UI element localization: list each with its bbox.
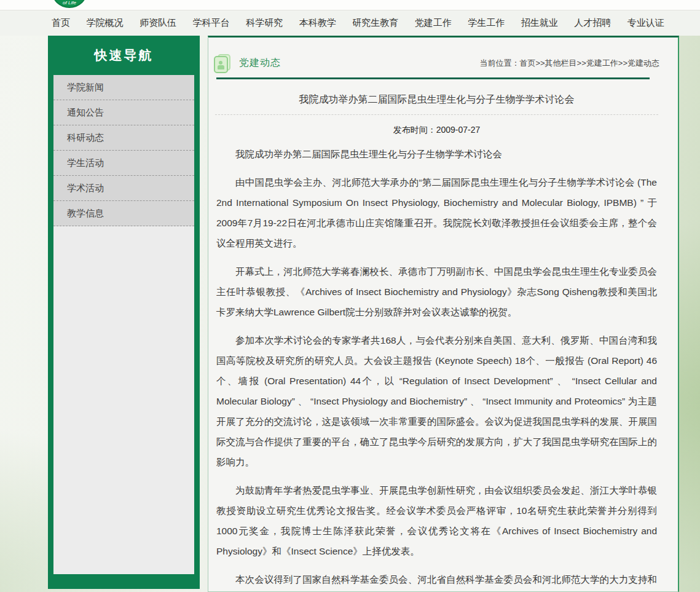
quick-nav-sidebar: 快速导航 学院新闻通知公告科研动态学生活动学术活动教学信息 (48, 36, 200, 589)
logo-text: of Life (63, 0, 76, 6)
nav-item[interactable]: 招生就业 (521, 17, 558, 29)
sidebar-item[interactable]: 学生活动 (53, 151, 194, 176)
article-title: 我院成功举办第二届国际昆虫生理生化与分子生物学学术讨论会 (214, 93, 659, 106)
breadcrumb[interactable]: 当前位置：首页>>其他栏目>>党建工作>>党建动态 (479, 58, 659, 69)
title-divider (215, 114, 658, 115)
nav-item[interactable]: 科学研究 (246, 17, 283, 29)
sidebar-panel: 学院新闻通知公告科研动态学生活动学术活动教学信息 (53, 75, 194, 574)
article-paragraph: 我院成功举办第二届国际昆虫生理生化与分子生物学学术讨论会 (216, 144, 657, 164)
nav-menu: 首页学院概况师资队伍学科平台科学研究本科教学研究生教育党建工作学生工作招生就业人… (0, 10, 700, 29)
article-paragraph: 本次会议得到了国家自然科学基金委员会、河北省自然科学基金委员会和河北师范大学的大… (216, 569, 657, 592)
header-divider (216, 77, 650, 79)
nav-item[interactable]: 学生工作 (468, 17, 505, 29)
nav-item[interactable]: 师资队伍 (140, 17, 176, 29)
breadcrumb-label: 当前位置： (479, 58, 519, 68)
main-navigation: 首页学院概况师资队伍学科平台科学研究本科教学研究生教育党建工作学生工作招生就业人… (0, 10, 700, 36)
nav-item[interactable]: 研究生教育 (352, 17, 398, 29)
article-paragraph: 参加本次学术讨论会的专家学者共168人，与会代表分别来自美国、意大利、俄罗斯、中… (216, 330, 657, 472)
top-header-strip (0, 0, 700, 10)
sidebar-item[interactable]: 通知公告 (53, 100, 194, 125)
article-paragraph: 为鼓励青年学者热爱昆虫学事业、开展昆虫学创新性研究，由会议组织委员会发起、浙江大… (216, 480, 657, 561)
sidebar-item[interactable]: 学术活动 (53, 176, 194, 201)
nav-item[interactable]: 专业认证 (627, 17, 664, 29)
document-icon (214, 54, 230, 72)
nav-item[interactable]: 人才招聘 (574, 17, 611, 29)
article-paragraph: 开幕式上，河北师范大学蒋春澜校长、承德市丁万明副市长、中国昆虫学会昆虫生理生化专… (216, 261, 657, 322)
sidebar-item[interactable]: 科研动态 (53, 125, 194, 151)
article-body: 我院成功举办第二届国际昆虫生理生化与分子生物学学术讨论会由中国昆虫学会主办、河北… (214, 144, 659, 592)
nav-item[interactable]: 首页 (52, 17, 70, 29)
nav-item[interactable]: 学科平台 (193, 17, 230, 29)
article-paragraph: 由中国昆虫学会主办、河北师范大学承办的“第二届国际昆虫生理生化与分子生物学学术讨… (216, 172, 657, 253)
sidebar-item[interactable]: 学院新闻 (53, 75, 194, 100)
section-title: 党建动态 (239, 57, 281, 69)
main-content: 党建动态 当前位置：首页>>其他栏目>>党建工作>>党建动态 我院成功举办第二届… (208, 36, 679, 592)
sidebar-menu: 学院新闻通知公告科研动态学生活动学术活动教学信息 (53, 75, 194, 226)
nav-item[interactable]: 学院概况 (87, 17, 124, 29)
nav-item[interactable]: 党建工作 (415, 17, 452, 29)
content-header: 党建动态 当前位置：首页>>其他栏目>>党建工作>>党建动态 (214, 54, 659, 72)
sidebar-item[interactable]: 教学信息 (53, 201, 194, 226)
sidebar-title: 快速导航 (53, 36, 194, 75)
publish-date: 发布时间：2009-07-27 (214, 125, 659, 136)
breadcrumb-path[interactable]: 首页>>其他栏目>>党建工作>>党建动态 (519, 58, 659, 68)
nav-item[interactable]: 本科教学 (299, 17, 336, 29)
